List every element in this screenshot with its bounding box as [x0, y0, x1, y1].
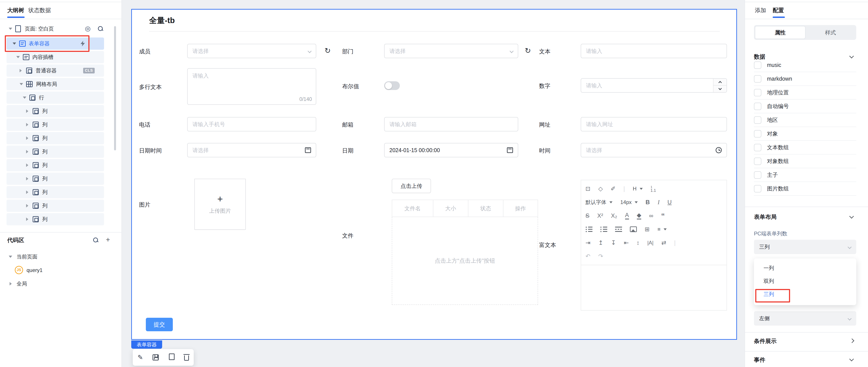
- caret-down-icon[interactable]: [9, 28, 12, 30]
- checkbox[interactable]: [754, 89, 761, 96]
- tab-config[interactable]: 配置: [773, 6, 784, 14]
- tree-node-grid-layout[interactable]: 网格布局: [6, 78, 104, 90]
- code-search-icon[interactable]: [93, 237, 98, 243]
- tree-node-content-slot[interactable]: 内容插槽: [6, 51, 104, 63]
- tree-scrollbar[interactable]: [114, 26, 116, 150]
- image-upload-box[interactable]: + 上传图片: [194, 179, 246, 230]
- caret-right-icon[interactable]: [26, 109, 28, 113]
- checkbox[interactable]: [754, 171, 761, 179]
- tree-search-icon[interactable]: [98, 26, 103, 31]
- paragraph-spacing-icon[interactable]: ↕: [637, 239, 640, 246]
- checkbox[interactable]: [754, 75, 761, 83]
- copy-icon[interactable]: [170, 355, 175, 360]
- label-position-select[interactable]: 左侧: [754, 311, 856, 326]
- dropdown-option-three[interactable]: 三列: [764, 288, 852, 301]
- outdent-icon[interactable]: ⇤: [624, 239, 629, 246]
- delete-icon[interactable]: [184, 356, 189, 361]
- checkbox[interactable]: [754, 103, 761, 110]
- checkbox[interactable]: [754, 158, 761, 165]
- caret-right-icon[interactable]: [26, 204, 28, 207]
- data-field-row[interactable]: 自动编号: [754, 100, 856, 113]
- data-field-row[interactable]: 主子: [754, 168, 856, 182]
- tree-node-page[interactable]: 页面: 空白页 ◎: [6, 23, 104, 35]
- caret-down-icon[interactable]: [16, 56, 20, 58]
- bold-icon[interactable]: B: [646, 199, 650, 206]
- tree-node-column[interactable]: 列: [6, 132, 104, 144]
- page-settings-icon[interactable]: ◎: [85, 25, 91, 32]
- tree-node-column[interactable]: 列: [6, 200, 104, 212]
- checkbox[interactable]: [754, 144, 761, 151]
- format-brush-icon[interactable]: ✐: [611, 185, 616, 192]
- align-select[interactable]: ≡: [657, 226, 667, 232]
- save-icon[interactable]: [153, 355, 159, 361]
- file-drop-area[interactable]: 点击上方“点击上传”按钮: [392, 217, 538, 305]
- form-container-canvas[interactable]: 全量-tb 成员 请选择 ↻ 部门 请选择 ↻ 文本 请输入: [131, 9, 737, 340]
- lightning-icon[interactable]: [81, 41, 85, 47]
- caret-down-icon[interactable]: [20, 83, 23, 85]
- multiline-textarea[interactable]: 请输入 0/140: [187, 68, 316, 105]
- code-add-icon[interactable]: +: [106, 236, 110, 243]
- tree-node-form-container[interactable]: 表单容器: [6, 37, 104, 50]
- tab-state-data[interactable]: 状态数据: [28, 6, 51, 14]
- italic-icon[interactable]: I: [658, 199, 660, 206]
- paint-bucket-icon[interactable]: ◆: [637, 212, 642, 220]
- richtext-editor[interactable]: ⊡ ◇ ✐ | H 11.1 默认字体 14px B I U: [581, 180, 727, 311]
- time-picker[interactable]: 请选择: [581, 143, 727, 157]
- richtext-content-area[interactable]: [581, 265, 726, 307]
- code-node-current-page[interactable]: 当前页面: [0, 251, 122, 263]
- align-top-icon[interactable]: ↥: [598, 239, 603, 246]
- data-section-collapse-icon[interactable]: [849, 54, 854, 58]
- tree-node-plain-container[interactable]: 普通容器 CLS: [6, 64, 104, 77]
- department-select[interactable]: 请选择: [384, 44, 518, 58]
- data-field-row[interactable]: 对象: [754, 127, 856, 141]
- stepper-up-button[interactable]: [713, 79, 726, 86]
- caret-right-icon[interactable]: [26, 123, 28, 126]
- caret-right-icon[interactable]: [26, 177, 28, 180]
- email-input[interactable]: 请输入邮箱: [384, 117, 518, 132]
- data-field-row[interactable]: 对象数组: [754, 154, 856, 168]
- dropdown-option-one[interactable]: 一列: [764, 261, 852, 275]
- tree-node-column[interactable]: 列: [6, 173, 104, 185]
- file-upload-button[interactable]: 点击上传: [392, 179, 431, 193]
- caret-right-icon[interactable]: [26, 150, 28, 153]
- edit-icon[interactable]: ✎: [137, 354, 143, 361]
- checkbox[interactable]: [754, 130, 761, 138]
- data-field-row[interactable]: markdown: [754, 72, 856, 86]
- checkbox[interactable]: [754, 116, 761, 124]
- tree-node-row[interactable]: 行: [6, 91, 104, 104]
- undo-icon[interactable]: ↶: [586, 253, 590, 260]
- link-icon[interactable]: ∞: [649, 213, 653, 219]
- phone-input[interactable]: 请输入手机号: [187, 117, 316, 132]
- pc-columns-select[interactable]: 三列: [754, 240, 856, 254]
- eraser-icon[interactable]: ◇: [598, 185, 603, 192]
- date-picker[interactable]: 2024-01-15 00:00:00: [384, 143, 518, 157]
- events-collapse-icon[interactable]: [849, 357, 854, 361]
- blockquote-icon[interactable]: “: [661, 211, 665, 220]
- bullet-list-icon[interactable]: [586, 226, 592, 232]
- data-field-row[interactable]: 地理位置: [754, 86, 856, 100]
- insert-table-icon[interactable]: ⊞: [645, 226, 650, 233]
- url-input[interactable]: 请输入网址: [581, 117, 727, 132]
- caret-right-icon[interactable]: [26, 218, 28, 221]
- tab-outline-tree[interactable]: 大纲树: [7, 6, 24, 14]
- code-node-global[interactable]: 全局: [0, 278, 122, 290]
- tree-node-column[interactable]: 列: [6, 146, 104, 158]
- text-input[interactable]: 请输入: [581, 44, 727, 58]
- indent-icon[interactable]: ⇥: [586, 239, 590, 246]
- ordered-list-icon[interactable]: [600, 226, 607, 232]
- code-node-query1[interactable]: JS query1: [0, 264, 122, 276]
- submit-button[interactable]: 提交: [146, 318, 173, 331]
- tree-node-column[interactable]: 列: [6, 118, 104, 131]
- letter-spacing-icon[interactable]: |A|: [647, 240, 653, 246]
- stepper-down-button[interactable]: [713, 86, 726, 92]
- line-height-icon[interactable]: 11.1: [651, 185, 656, 192]
- insert-image-icon[interactable]: [630, 226, 637, 232]
- caret-down-icon[interactable]: [12, 43, 16, 45]
- data-field-row[interactable]: 地区: [754, 113, 856, 127]
- horizontal-rule-icon[interactable]: [615, 226, 622, 232]
- member-select[interactable]: 请选择: [187, 44, 316, 58]
- find-replace-icon[interactable]: ⇄: [661, 239, 666, 246]
- redo-icon[interactable]: ↷: [598, 253, 603, 260]
- tree-node-column[interactable]: 列: [6, 159, 104, 171]
- caret-right-icon[interactable]: [9, 282, 12, 285]
